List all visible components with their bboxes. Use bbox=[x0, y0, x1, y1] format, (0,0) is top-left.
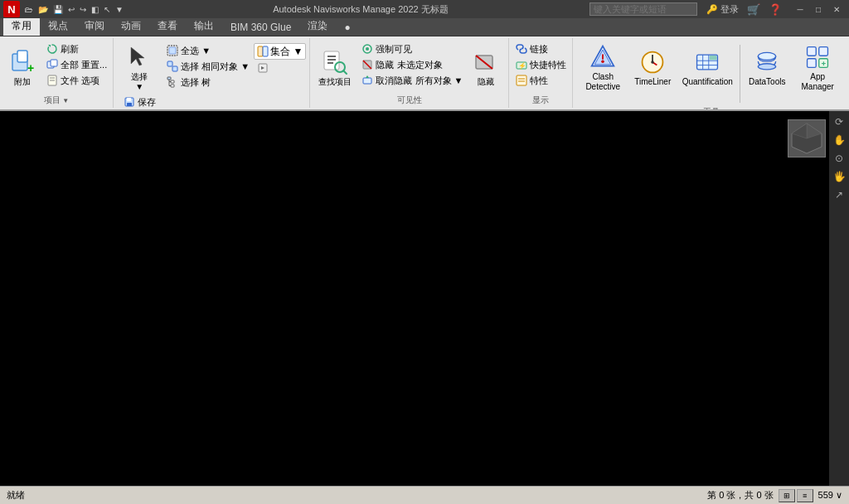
cursor-icon bbox=[126, 44, 153, 70]
titlebar-right: 🔑 登录 🛒 ❓ bbox=[704, 2, 784, 17]
properties-btn[interactable]: 特性 bbox=[512, 73, 569, 88]
svg-rect-19 bbox=[167, 77, 171, 80]
svg-rect-18 bbox=[172, 66, 177, 71]
sets-column: 集合 ▼ bbox=[254, 43, 306, 75]
hide-unselected-btn[interactable]: 隐藏 未选定对象 bbox=[358, 57, 465, 72]
tab-review[interactable]: 审阅 bbox=[76, 17, 113, 36]
group-visibility: 查找项目 强制可见 隐藏 未选定对象 bbox=[310, 38, 509, 108]
datatools-label: DataTools bbox=[749, 77, 785, 87]
sets-btn[interactable]: 集合 ▼ bbox=[254, 43, 306, 60]
group-tools: ClashDetective TimeLiner bbox=[573, 38, 849, 108]
help-btn[interactable]: ❓ bbox=[766, 2, 784, 17]
append-icon: + bbox=[9, 49, 36, 75]
quantification-btn[interactable]: Quantification bbox=[678, 41, 736, 94]
project-group-content: + 附加 刷新 全部 重置... bbox=[3, 40, 109, 94]
app-logo[interactable]: N bbox=[3, 1, 20, 17]
ribbon-tabs: 常用 视点 审阅 动画 查看 输出 BIM 360 Glue 渲染 ● bbox=[0, 18, 849, 36]
hide-btn[interactable]: 隐藏 bbox=[467, 41, 505, 94]
svg-point-65 bbox=[759, 64, 776, 70]
select-tree-btn[interactable]: 选择 树 bbox=[163, 75, 252, 90]
hide-unselected-icon bbox=[361, 58, 374, 71]
tab-output[interactable]: 输出 bbox=[186, 17, 222, 36]
select-all-btn[interactable]: 全选 ▼ bbox=[163, 43, 252, 58]
look-btn[interactable]: 🖐 bbox=[832, 169, 847, 184]
redo-btn[interactable]: ↪ bbox=[78, 4, 88, 15]
more-quick-btn[interactable]: ▼ bbox=[114, 4, 125, 15]
tools-divider bbox=[740, 45, 740, 103]
save-btn[interactable]: 💾 bbox=[51, 4, 65, 15]
svg-text:+: + bbox=[822, 59, 827, 68]
refresh-icon bbox=[46, 42, 59, 56]
tab-check[interactable]: 查看 bbox=[149, 17, 186, 36]
app-manager-btn[interactable]: + App Manager bbox=[792, 41, 843, 94]
refresh-btn[interactable]: 刷新 bbox=[43, 41, 109, 56]
tab-render[interactable]: 渲染 bbox=[299, 17, 336, 36]
quick-properties-btn[interactable]: ⚡ 快捷特性 bbox=[512, 57, 569, 72]
tools-group-content: ClashDetective TimeLiner bbox=[579, 40, 843, 106]
visibility-group-content: 查找项目 强制可见 隐藏 未选定对象 bbox=[313, 40, 505, 94]
nav-cube[interactable] bbox=[788, 119, 826, 158]
refresh-quick-btn[interactable]: ◧ bbox=[90, 4, 100, 15]
undo-btn[interactable]: ↩ bbox=[66, 4, 76, 15]
project-dropdown-arrow[interactable]: ▼ bbox=[62, 97, 69, 104]
fly-btn[interactable]: ↗ bbox=[832, 187, 847, 202]
datatools-btn[interactable]: DataTools bbox=[744, 41, 790, 94]
save-btn-select[interactable]: 保存 bbox=[120, 94, 158, 109]
open-btn[interactable]: 📂 bbox=[36, 4, 50, 15]
unhide-all-btn[interactable]: 取消隐藏 所有对象 ▼ bbox=[358, 73, 465, 88]
search-input[interactable] bbox=[589, 2, 697, 16]
select-same-btn[interactable]: 选择 相同对象 ▼ bbox=[163, 59, 252, 74]
tab-bim360[interactable]: BIM 360 Glue bbox=[222, 19, 299, 36]
find-items-btn[interactable]: 查找项目 bbox=[313, 41, 357, 94]
save-select-icon bbox=[123, 95, 136, 109]
timeliner-btn[interactable]: TimeLiner bbox=[628, 41, 677, 94]
help-icon[interactable]: 🛒 bbox=[745, 2, 763, 17]
force-visible-btn[interactable]: 强制可见 bbox=[358, 41, 465, 56]
pan-btn[interactable]: ✋ bbox=[832, 133, 847, 148]
maximize-btn[interactable]: □ bbox=[809, 2, 827, 16]
list-view-btn[interactable]: ≡ bbox=[797, 489, 813, 502]
tab-viewpoint[interactable]: 视点 bbox=[40, 17, 76, 36]
append-btn[interactable]: + 附加 bbox=[3, 41, 41, 94]
project-small-buttons: 刷新 全部 重置... 文件 选项 bbox=[43, 41, 109, 88]
export-btn[interactable] bbox=[254, 61, 306, 75]
svg-rect-17 bbox=[167, 61, 172, 66]
status-right: 第 0 张，共 0 张 ⊞ ≡ 559 ∨ bbox=[707, 489, 842, 502]
close-btn[interactable]: ✕ bbox=[827, 2, 846, 16]
cursor-quick-btn[interactable]: ↖ bbox=[102, 4, 112, 15]
svg-rect-21 bbox=[171, 85, 174, 87]
nav-cube-area bbox=[788, 119, 826, 158]
display-small-buttons: 链接 ⚡ 快捷特性 特性 bbox=[512, 41, 569, 88]
append-label: 附加 bbox=[14, 77, 31, 87]
canvas-container bbox=[0, 111, 829, 496]
orbit-btn[interactable]: ⟳ bbox=[832, 114, 847, 129]
svg-text:N: N bbox=[7, 3, 15, 16]
minimize-btn[interactable]: ─ bbox=[791, 2, 809, 16]
tab-animate[interactable]: 动画 bbox=[113, 17, 149, 36]
svg-rect-53 bbox=[602, 54, 604, 59]
new-btn[interactable]: 🗁 bbox=[23, 4, 35, 15]
window-controls: ─ □ ✕ bbox=[791, 2, 846, 16]
login-btn[interactable]: 🔑 登录 bbox=[704, 2, 741, 17]
clash-detective-btn[interactable]: ClashDetective bbox=[579, 41, 627, 94]
timeliner-icon bbox=[639, 49, 666, 75]
tab-more[interactable]: ● bbox=[336, 19, 358, 36]
select-label: 选择▼ bbox=[131, 72, 148, 92]
zoom-btn[interactable]: ⊙ bbox=[832, 151, 847, 166]
reset-all-btn[interactable]: 全部 重置... bbox=[43, 57, 109, 72]
svg-rect-68 bbox=[808, 59, 817, 68]
datatools-icon bbox=[754, 49, 780, 75]
tab-home[interactable]: 常用 bbox=[3, 17, 40, 36]
svg-point-57 bbox=[651, 61, 654, 64]
select-tool-btn[interactable]: 选择▼ bbox=[117, 41, 162, 94]
file-options-btn[interactable]: 文件 选项 bbox=[43, 73, 109, 88]
grid-view-btn[interactable]: ⊞ bbox=[779, 489, 795, 502]
reset-all-icon bbox=[46, 58, 59, 71]
quick-properties-icon: ⚡ bbox=[515, 58, 528, 71]
status-left-text: 就绪 bbox=[7, 489, 707, 502]
quantification-icon bbox=[694, 49, 720, 75]
link-btn[interactable]: 链接 bbox=[512, 41, 569, 56]
svg-text:⚡: ⚡ bbox=[518, 61, 526, 70]
group-select-search: 选择▼ 保存 全选 ▼ bbox=[114, 38, 310, 108]
svg-rect-20 bbox=[171, 80, 174, 83]
